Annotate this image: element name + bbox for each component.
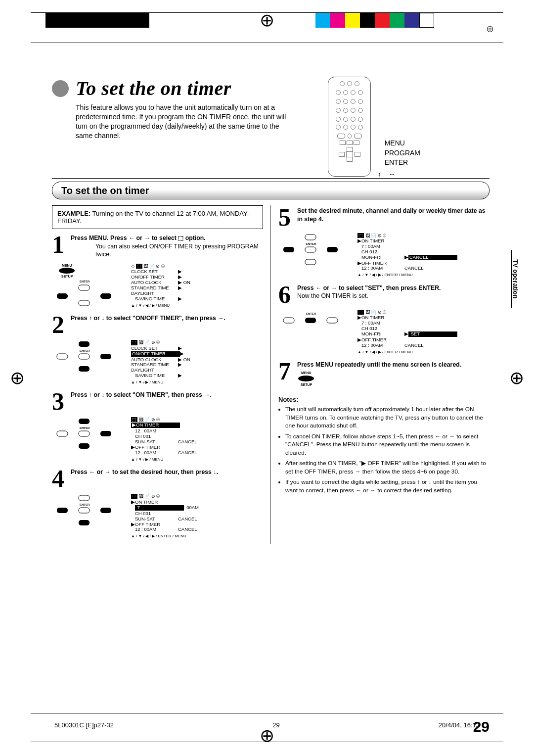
svg-rect-6: [100, 293, 111, 299]
svg-rect-35: [327, 318, 338, 323]
remote-pad-illustration: ENTER: [278, 309, 353, 358]
svg-rect-16: [57, 431, 68, 436]
color-swatches: [315, 13, 434, 28]
note-item: The unit will automatically turn off app…: [285, 405, 490, 430]
svg-rect-33: [283, 318, 294, 323]
osd-step6: ⬚ 🖼 📄 ⊘ ⦾ ▶ON TIMER 7 : 00AM CH 012 MON-…: [357, 310, 457, 354]
svg-rect-13: [79, 366, 89, 372]
svg-rect-24: [100, 508, 111, 513]
svg-rect-19: [79, 443, 89, 449]
print-footer: 5L00301C [E]p27-32 29 20/4/04, 16:13: [54, 721, 480, 729]
svg-rect-26: [305, 235, 316, 240]
remote-pad-illustration: ENTER: [52, 493, 126, 542]
note-item: After setting the ON TIMER, "▶ OFF TIMER…: [285, 459, 490, 475]
svg-rect-12: [100, 354, 111, 359]
footer-mid: 29: [272, 721, 279, 729]
svg-rect-34: [305, 318, 316, 323]
svg-rect-18: [100, 431, 111, 436]
registration-mark-icon: ⊕: [10, 368, 25, 388]
footer-left: 5L00301C [E]p27-32: [54, 721, 114, 729]
svg-rect-3: [79, 285, 89, 290]
registration-mark-icon: ⊕: [260, 11, 274, 29]
note-item: If you want to correct the digits while …: [285, 478, 490, 494]
remote-pad-illustration: ENTER: [278, 232, 353, 282]
svg-text:MENU: MENU: [301, 371, 312, 375]
svg-text:ENTER: ENTER: [306, 312, 316, 315]
step-3: 3 Press ↑ or ↓ to select "ON TIMER", the…: [52, 391, 263, 412]
notes-section: Notes: The unit will automatically turn …: [278, 396, 490, 494]
svg-rect-11: [79, 354, 89, 359]
svg-rect-30: [327, 247, 338, 252]
step-1: 1 Press MENU. Press ← or → to select ⬚ o…: [52, 234, 263, 259]
remote-pad-illustration: MENU SETUP ENTER: [52, 263, 126, 312]
osd-step1: ◇ ⬚ 🖼 📄 ⊘ ⦾ CLOCK SET▶ ON/OFF TIMER▶ AUT…: [131, 264, 190, 308]
intro-text: This feature allows you to have the unit…: [76, 103, 288, 141]
crop-circles-icon: ◎: [487, 24, 493, 33]
remote-label-program: PROGRAM: [385, 148, 420, 158]
svg-text:ENTER: ENTER: [306, 242, 316, 245]
crop-black-bar: [45, 13, 149, 28]
svg-text:SETUP: SETUP: [61, 275, 73, 278]
osd-step2: ⬚ 🖼 📄 ⊘ ⦾ CLOCK SET▶ ON/OFF TIMER▶ AUTO …: [131, 340, 190, 384]
svg-point-1: [59, 268, 75, 274]
step-7: 7 Press MENU repeatedly until the menu s…: [278, 361, 490, 390]
osd-step3: ⬚ 🖼 📄 ⊘ ⦾ ▶ON TIMER 12 : 00AM CH 001 SUN…: [131, 417, 197, 462]
svg-text:ENTER: ENTER: [80, 426, 90, 429]
remote-illustration: [328, 77, 371, 177]
remote-pad-illustration: ENTER: [52, 339, 126, 388]
title-bullet-icon: [52, 80, 69, 97]
section-header: To set the on timer: [52, 182, 490, 199]
svg-point-37: [298, 376, 314, 381]
remote-label-enter: ENTER: [385, 158, 420, 168]
svg-rect-23: [79, 508, 89, 513]
svg-rect-29: [305, 247, 316, 252]
remote-label-menu: MENU: [385, 139, 420, 148]
example-box: EXAMPLE: Turning on the TV to channel 12…: [52, 205, 263, 229]
svg-text:ENTER: ENTER: [80, 349, 90, 352]
remote-pad-illustration: ENTER: [52, 416, 126, 466]
step-4: 4 Press ← or → to set the desired hour, …: [52, 468, 263, 489]
svg-text:MENU: MENU: [62, 264, 72, 267]
svg-rect-28: [283, 247, 294, 252]
svg-rect-5: [57, 293, 68, 299]
svg-rect-31: [305, 259, 316, 265]
step-2: 2 Press ↑ or ↓ to select "ON/OFF TIMER",…: [52, 314, 263, 335]
svg-rect-17: [79, 431, 89, 436]
svg-rect-10: [57, 354, 68, 359]
step-5: 5 Set the desired minute, channel and da…: [278, 207, 490, 228]
svg-text:ENTER: ENTER: [80, 280, 90, 283]
svg-rect-8: [79, 341, 89, 347]
side-tab: TV operation: [511, 250, 521, 308]
svg-rect-7: [79, 300, 89, 306]
remote-label-arrows: ↕ ↔: [378, 170, 398, 178]
page-title: To set the on timer: [76, 77, 231, 100]
page-number: 29: [473, 718, 490, 735]
svg-text:ENTER: ENTER: [80, 503, 90, 506]
osd-step5: ⬚ 🖼 📄 ⊘ ⦾ ▶ON TIMER 7 : 00AM CH 012 MON-…: [357, 233, 457, 278]
osd-step4: ⬚ 🖼 📄 ⊘ ⦾ ▶ON TIMER 7 : 00AM CH 001 SUN-…: [131, 494, 199, 538]
svg-text:SETUP: SETUP: [301, 383, 312, 386]
registration-mark-icon: ⊕: [509, 368, 524, 388]
note-item: To cancel ON TIMER, follow above steps 1…: [285, 432, 490, 457]
svg-rect-20: [79, 495, 89, 501]
remote-label-callouts: MENU PROGRAM ENTER: [385, 139, 420, 168]
svg-rect-14: [79, 419, 89, 424]
svg-rect-22: [57, 508, 68, 513]
svg-rect-25: [79, 520, 89, 525]
step-6: 6 Press ← or → to select "SET", then pre…: [278, 284, 490, 305]
